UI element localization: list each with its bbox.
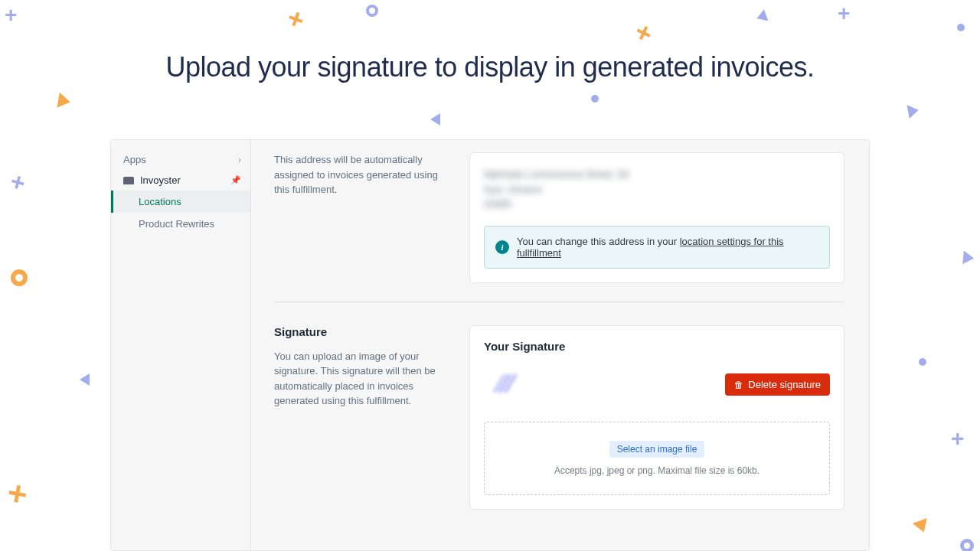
sidebar: Apps › Invoyster 📌 Locations Product Rew… bbox=[111, 140, 251, 550]
main-content: This address will be automatically assig… bbox=[251, 140, 869, 550]
decoration-plus: + bbox=[838, 2, 850, 26]
decoration-circle bbox=[366, 5, 378, 17]
your-signature-heading: Your Signature bbox=[484, 340, 830, 353]
signature-heading: Signature bbox=[274, 325, 446, 338]
hero-title: Upload your signature to display in gene… bbox=[0, 51, 980, 83]
signature-description: You can upload an image of your signatur… bbox=[274, 349, 446, 409]
sidebar-app-invoyster[interactable]: Invoyster 📌 bbox=[111, 170, 250, 191]
decoration-triangle bbox=[80, 373, 90, 386]
blurred-address: Mykhaila Lomonosova Street, 50 Kyiv, Ukr… bbox=[484, 167, 830, 212]
sidebar-item-locations[interactable]: Locations bbox=[111, 191, 250, 213]
decoration-plus: + bbox=[5, 473, 31, 514]
app-icon bbox=[123, 177, 134, 184]
decoration-plus: + bbox=[5, 3, 17, 28]
sidebar-apps-label: Apps bbox=[123, 154, 146, 165]
info-text: You can change this address in your loca… bbox=[517, 236, 818, 259]
upload-hint: Accepts jpg, jpeg or png. Maximal file s… bbox=[503, 465, 811, 476]
decoration-triangle bbox=[913, 518, 931, 535]
sidebar-item-label: Locations bbox=[139, 196, 181, 207]
info-banner: i You can change this address in your lo… bbox=[484, 226, 830, 269]
decoration-plus: + bbox=[629, 15, 658, 51]
sidebar-apps-header[interactable]: Apps › bbox=[111, 149, 250, 170]
address-description: This address will be automatically assig… bbox=[274, 152, 446, 197]
decoration-triangle bbox=[430, 113, 440, 126]
signature-section: Signature You can upload an image of you… bbox=[274, 325, 844, 528]
decoration-triangle bbox=[962, 250, 975, 265]
chevron-right-icon: › bbox=[238, 155, 241, 165]
sidebar-app-label: Invoyster bbox=[140, 174, 181, 186]
signature-preview bbox=[484, 367, 531, 403]
decoration-circle bbox=[960, 539, 974, 551]
info-text-prefix: You can change this address in your bbox=[517, 236, 680, 247]
decoration-plus: + bbox=[8, 167, 29, 198]
decoration-plus: + bbox=[951, 425, 965, 452]
decoration-triangle bbox=[907, 103, 920, 119]
info-icon: i bbox=[495, 240, 509, 254]
select-file-button[interactable]: Select an image file bbox=[609, 441, 705, 458]
delete-signature-button[interactable]: 🗑 Delete signature bbox=[725, 373, 830, 396]
upload-dropzone[interactable]: Select an image file Accepts jpg, jpeg o… bbox=[484, 422, 830, 495]
delete-label: Delete signature bbox=[748, 379, 821, 390]
address-card: Mykhaila Lomonosova Street, 50 Kyiv, Ukr… bbox=[469, 152, 844, 283]
address-section: This address will be automatically assig… bbox=[274, 152, 844, 302]
trash-icon: 🗑 bbox=[734, 380, 743, 390]
signature-card: Your Signature 🗑 Delete signature Select… bbox=[469, 325, 844, 510]
sidebar-item-label: Product Rewrites bbox=[139, 218, 214, 230]
decoration-dot bbox=[919, 358, 926, 366]
decoration-circle bbox=[11, 269, 28, 286]
sidebar-item-product-rewrites[interactable]: Product Rewrites bbox=[111, 213, 250, 235]
pin-icon[interactable]: 📌 bbox=[230, 175, 241, 185]
decoration-triangle bbox=[755, 9, 769, 24]
decoration-dot bbox=[591, 95, 599, 103]
app-window: Apps › Invoyster 📌 Locations Product Rew… bbox=[110, 139, 870, 551]
signature-row: 🗑 Delete signature bbox=[484, 367, 830, 403]
decoration-triangle bbox=[57, 93, 71, 109]
decoration-dot bbox=[957, 24, 965, 31]
decoration-plus: + bbox=[283, 2, 309, 37]
